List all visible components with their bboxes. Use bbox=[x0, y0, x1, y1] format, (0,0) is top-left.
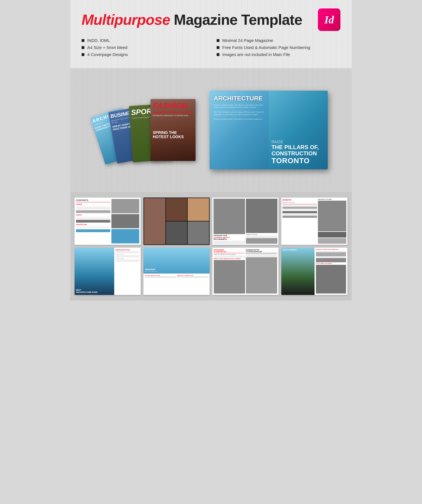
feature-item-6: Images are not included in Main File bbox=[217, 52, 340, 57]
preview-section: ARCHITECTURE TORONTO RAISE THE PILLARS O… bbox=[70, 68, 352, 192]
magazines-stack: ARCHITECTURE TORONTO RAISE THE PILLARS O… bbox=[94, 77, 201, 183]
amazing-title: AMAZING bbox=[145, 268, 208, 271]
bullet-icon bbox=[217, 53, 219, 56]
feature-item-1: INDD, IDML bbox=[82, 38, 205, 43]
title-red: Multipurpose bbox=[82, 12, 170, 28]
title-rest: Magazine Template bbox=[170, 12, 302, 28]
thumbnails-section: CONTENTS FASHION SPORTS ARCHITECTURE bbox=[70, 192, 352, 301]
open-left-page: ARCHITECTURE Contrary to popular belief,… bbox=[210, 91, 269, 169]
arch-best-title: BESTARCHITECTURE EVER bbox=[76, 289, 113, 293]
fashion-cover-title: FASHION bbox=[151, 99, 196, 110]
thumb-fashion-collage bbox=[143, 198, 210, 245]
thumb-beauty: UPGRADE YOUREXTERNAL BEAUTYWITH NEWNESS … bbox=[212, 198, 279, 245]
bullet-icon bbox=[217, 39, 219, 42]
open-magazine-spread: ARCHITECTURE Contrary to popular belief,… bbox=[210, 91, 328, 169]
bullet-icon bbox=[82, 53, 84, 56]
events-title: EVENTS bbox=[282, 199, 317, 201]
champ-title: GREAT CHAPMIONS bbox=[283, 249, 313, 251]
indesign-logo: Id bbox=[318, 8, 340, 31]
title-row: Multipurpose Magazine Template Id bbox=[82, 8, 340, 31]
thumb-management: MANAGEMENTIN CORPORATION LEAVE OR STAY A… bbox=[212, 248, 279, 295]
fashion-cover: FASHION UPDATE YOUR STYLE ROMANTIC DRESS… bbox=[151, 99, 196, 161]
mgmt-title2: BUSINESS MATTEROF PROFESSIONALISM bbox=[246, 249, 277, 252]
bullet-icon bbox=[82, 39, 84, 42]
open-right-text: RAISE THE PILLARS OF,CONSTRUCTION TORONT… bbox=[271, 140, 325, 165]
open-right-page: RAISE THE PILLARS OF,CONSTRUCTION TORONT… bbox=[269, 91, 328, 169]
thumb-champions: GREAT CHAPMIONS MASTER OF PUNCH ON THE G… bbox=[281, 248, 347, 295]
feature-item-5: 4 Coverpage Designs bbox=[82, 52, 205, 57]
main-title: Multipurpose Magazine Template bbox=[82, 11, 302, 28]
feature-item-3: A4 Size + 5mm bleed bbox=[82, 45, 205, 50]
feature-item-2: Minimal 24 Page Magazine bbox=[217, 38, 340, 43]
thumb-architecture: BESTARCHITECTURE EVER DESIGN WITH STYLE … bbox=[75, 248, 141, 295]
feature-item-4: Free Fonts Used & Automatic Page Numberi… bbox=[217, 45, 340, 50]
mgmt-title1: MANAGEMENTIN CORPORATION bbox=[214, 249, 245, 252]
thumb-events: EVENTS MAY 2016 - JUNE 2018 MAIN EVENT T… bbox=[281, 198, 347, 245]
features-grid: INDD, IDML Minimal 24 Page Magazine A4 S… bbox=[82, 38, 340, 57]
open-arch-title: ARCHITECTURE bbox=[214, 95, 264, 102]
bullet-icon bbox=[217, 46, 219, 49]
thumb-contents: CONTENTS FASHION SPORTS ARCHITECTURE bbox=[75, 198, 141, 245]
header-section: Multipurpose Magazine Template Id INDD, … bbox=[70, 0, 352, 68]
contents-title: CONTENTS bbox=[76, 199, 110, 202]
bullet-icon bbox=[82, 46, 84, 49]
thumb-amazing: AMAZING ARCHITECTURE STUFF CULTURE FROM … bbox=[143, 248, 210, 295]
